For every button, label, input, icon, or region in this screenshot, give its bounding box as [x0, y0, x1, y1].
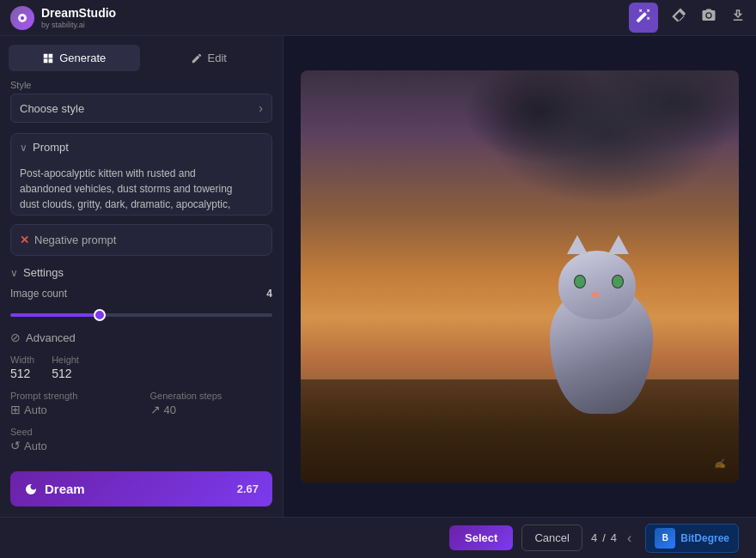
cat-ear-right: [608, 235, 629, 254]
advanced-label: Advanced: [26, 331, 76, 344]
grid-icon: [42, 52, 54, 64]
slider-container: [10, 305, 272, 320]
cat-ear-left: [567, 235, 588, 254]
logo-sub-text: by stability.ai: [41, 21, 116, 29]
edit-icon: [191, 52, 203, 64]
chevron-right-icon: ›: [259, 101, 263, 115]
prompt-strength-group: Prompt strength ⊞ Auto: [10, 391, 133, 416]
advanced-row[interactable]: ⊘ Advanced: [10, 331, 272, 344]
params-row: Prompt strength ⊞ Auto Generation steps …: [10, 391, 272, 416]
cat-nose: [591, 292, 600, 298]
image-area: ✍: [284, 36, 756, 517]
seed-group: Seed ↺ Auto: [10, 427, 272, 452]
seed-icon: ↺: [10, 439, 21, 452]
settings-title: Settings: [23, 266, 64, 279]
style-label: Style: [10, 80, 272, 90]
logo-area: DreamStudio by stability.ai: [10, 6, 116, 30]
style-section: Style Choose style ›: [0, 71, 283, 128]
negative-prompt-section[interactable]: ✕ Negative prompt: [10, 224, 272, 256]
main-layout: Generate Edit Style Choose style › ∨ Pro…: [0, 36, 756, 517]
advanced-icon: ⊘: [10, 331, 21, 344]
width-group: Width 512: [10, 355, 34, 380]
dream-button[interactable]: Dream 2.67: [10, 471, 272, 506]
seed-label: Seed: [10, 427, 272, 437]
watermark: ✍: [714, 458, 726, 470]
prompt-text: Post-apocalyptic kitten with rusted and …: [20, 166, 263, 215]
cancel-button[interactable]: Cancel: [521, 525, 582, 551]
height-group: Height 512: [52, 355, 79, 380]
pagination-separator: /: [602, 531, 606, 544]
cat-head: [558, 251, 636, 319]
tab-generate[interactable]: Generate: [9, 45, 140, 71]
settings-section: ∨ Settings Image count 4 ⊘ Advanced Widt…: [0, 261, 283, 464]
style-chooser-text: Choose style: [20, 102, 84, 115]
dream-button-left: Dream: [24, 482, 85, 496]
tab-bar: Generate Edit: [0, 36, 283, 71]
pagination-current: 4: [591, 531, 597, 544]
image-count-label: Image count: [10, 288, 67, 300]
pagination-total: 4: [611, 531, 617, 544]
tab-edit[interactable]: Edit: [143, 45, 275, 71]
logo-main-text: DreamStudio: [41, 6, 116, 21]
prev-page-button[interactable]: ‹: [622, 529, 637, 548]
prompt-strength-icon: ⊞: [10, 403, 21, 416]
svg-point-1: [21, 16, 24, 20]
settings-header[interactable]: ∨ Settings: [10, 266, 272, 279]
prompt-title: Prompt: [33, 141, 69, 154]
cat-scene: ✍: [301, 70, 739, 482]
cat-eye-right: [612, 275, 624, 288]
negative-label: Negative prompt: [34, 234, 116, 246]
logo-icon: [10, 6, 34, 30]
bitdegree-icon: B: [655, 528, 675, 549]
generation-steps-value: ↗ 40: [150, 403, 273, 416]
image-count-slider[interactable]: [10, 313, 272, 317]
seed-value: ↺ Auto: [10, 439, 272, 452]
download-icon[interactable]: [730, 8, 746, 27]
prompt-section: ∨ Prompt Post-apocalyptic kitten with ru…: [10, 133, 272, 215]
width-label: Width: [10, 355, 34, 365]
height-value: 512: [52, 367, 79, 380]
dims-row: Width 512 Height 512: [10, 355, 272, 380]
cat-eye-left: [574, 275, 586, 288]
bottom-bar: Select Cancel 4 / 4 ‹ B BitDegree: [0, 517, 756, 558]
camera-icon[interactable]: [701, 8, 716, 27]
negative-x-icon: ✕: [20, 234, 29, 246]
prompt-strength-label: Prompt strength: [10, 391, 133, 401]
cat-figure: [533, 251, 670, 414]
dream-cost: 2.67: [237, 482, 259, 495]
sidebar: Generate Edit Style Choose style › ∨ Pro…: [0, 36, 284, 517]
prompt-header[interactable]: ∨ Prompt: [11, 134, 271, 161]
generation-steps-group: Generation steps ↗ 40: [150, 391, 273, 416]
settings-chevron-icon: ∨: [10, 267, 18, 279]
erase-icon[interactable]: [672, 8, 687, 27]
logo-text: DreamStudio by stability.ai: [41, 6, 116, 29]
generated-image: ✍: [301, 70, 739, 482]
prompt-strength-value: ⊞ Auto: [10, 403, 133, 416]
select-button[interactable]: Select: [449, 525, 513, 550]
bitdegree-label: BitDegree: [680, 532, 729, 544]
style-chooser[interactable]: Choose style ›: [10, 94, 272, 123]
bitdegree-badge: B BitDegree: [645, 524, 739, 553]
width-value: 512: [10, 367, 34, 380]
header-icons: [629, 3, 746, 33]
pagination: 4 / 4 ‹: [591, 529, 637, 548]
steps-icon: ↗: [150, 403, 161, 416]
image-count-value: 4: [266, 288, 272, 300]
prompt-chevron-icon: ∨: [20, 142, 27, 154]
magic-wand-icon[interactable]: [629, 3, 658, 33]
height-label: Height: [52, 355, 79, 365]
moon-icon: [24, 482, 38, 496]
generation-steps-label: Generation steps: [150, 391, 273, 401]
rubble: [301, 379, 739, 482]
prompt-content[interactable]: Post-apocalyptic kitten with rusted and …: [11, 161, 271, 215]
app-header: DreamStudio by stability.ai: [0, 0, 756, 36]
image-count-row: Image count 4: [10, 288, 272, 300]
